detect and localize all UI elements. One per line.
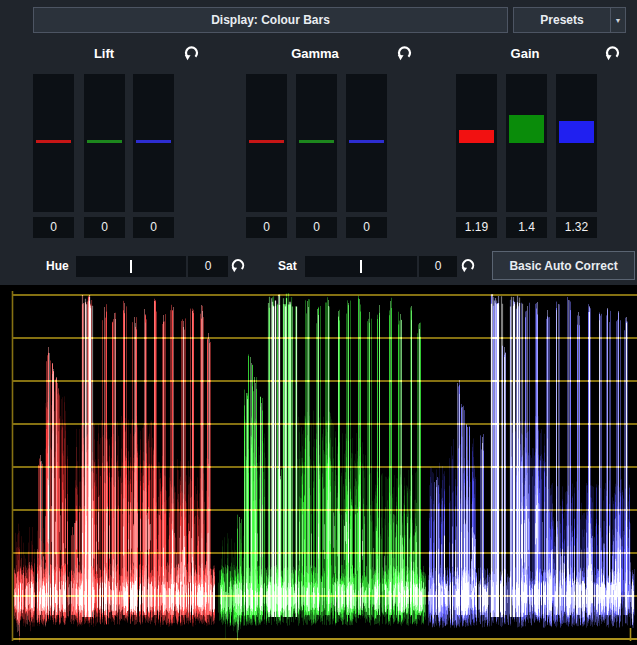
slider-fill bbox=[136, 140, 171, 143]
gain-reset-icon[interactable] bbox=[604, 44, 621, 61]
gain-green-value[interactable]: 1.4 bbox=[506, 217, 547, 238]
presets-dropdown-arrow-icon[interactable]: ▼ bbox=[610, 8, 625, 32]
lift-reset-icon[interactable] bbox=[183, 44, 200, 61]
sat-slider[interactable] bbox=[305, 256, 417, 277]
gain-blue-value[interactable]: 1.32 bbox=[556, 217, 597, 238]
gain-blue-slider[interactable] bbox=[556, 74, 597, 212]
slider-fill bbox=[349, 140, 384, 143]
slider-fill bbox=[459, 130, 494, 143]
lift-blue-slider[interactable] bbox=[133, 74, 174, 212]
gain-red-value[interactable]: 1.19 bbox=[456, 217, 497, 238]
gamma-green-value[interactable]: 0 bbox=[296, 217, 337, 238]
gain-section-label: Gain bbox=[475, 46, 575, 61]
gamma-blue-value[interactable]: 0 bbox=[346, 217, 387, 238]
lift-blue-value[interactable]: 0 bbox=[133, 217, 174, 238]
presets-split-button: Presets ▼ bbox=[513, 7, 626, 33]
slider-fill bbox=[249, 140, 284, 143]
sat-reset-icon[interactable] bbox=[460, 257, 476, 273]
colour-correct-panel: Display: Colour Bars Presets ▼ Lift Gamm… bbox=[0, 0, 637, 645]
slider-fill bbox=[36, 140, 71, 143]
lift-red-slider[interactable] bbox=[33, 74, 74, 212]
hue-label: Hue bbox=[46, 259, 69, 273]
hue-value[interactable]: 0 bbox=[188, 256, 228, 277]
lift-green-value[interactable]: 0 bbox=[84, 217, 125, 238]
lift-section-label: Lift bbox=[54, 46, 154, 61]
slider-fill bbox=[299, 140, 334, 143]
hue-slider-thumb[interactable] bbox=[130, 260, 132, 273]
hue-reset-icon[interactable] bbox=[230, 257, 246, 273]
gamma-reset-icon[interactable] bbox=[396, 44, 413, 61]
basic-auto-correct-button[interactable]: Basic Auto Correct bbox=[492, 251, 635, 280]
gain-red-slider[interactable] bbox=[456, 74, 497, 212]
hue-slider[interactable] bbox=[76, 256, 186, 277]
lift-red-value[interactable]: 0 bbox=[33, 217, 74, 238]
slider-fill bbox=[87, 140, 122, 143]
gamma-section-label: Gamma bbox=[265, 46, 365, 61]
sat-value[interactable]: 0 bbox=[419, 256, 457, 277]
lift-green-slider[interactable] bbox=[84, 74, 125, 212]
display-colour-bars-button[interactable]: Display: Colour Bars bbox=[33, 7, 508, 33]
gamma-green-slider[interactable] bbox=[296, 74, 337, 212]
sat-slider-thumb[interactable] bbox=[360, 260, 362, 273]
slider-fill bbox=[509, 115, 544, 143]
presets-button[interactable]: Presets bbox=[514, 8, 610, 32]
rgb-parade-scope bbox=[0, 285, 637, 645]
gamma-red-value[interactable]: 0 bbox=[246, 217, 287, 238]
gain-green-slider[interactable] bbox=[506, 74, 547, 212]
gamma-blue-slider[interactable] bbox=[346, 74, 387, 212]
gamma-red-slider[interactable] bbox=[246, 74, 287, 212]
slider-fill bbox=[559, 121, 594, 143]
sat-label: Sat bbox=[278, 259, 297, 273]
